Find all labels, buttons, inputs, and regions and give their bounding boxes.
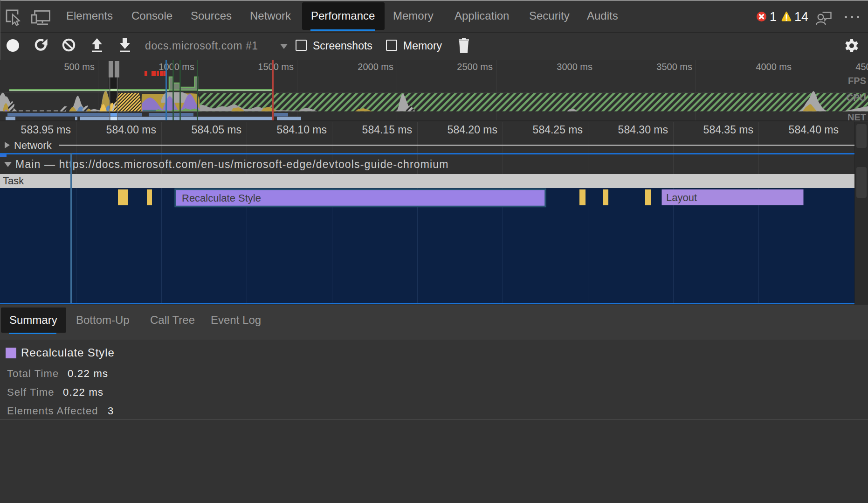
svg-text:584.20 ms: 584.20 ms <box>448 124 497 136</box>
svg-text:4500 ms: 4500 ms <box>855 62 868 72</box>
svg-text:4000 ms: 4000 ms <box>756 62 792 72</box>
svg-text:NET: NET <box>847 112 866 122</box>
svg-text:584.10 ms: 584.10 ms <box>277 124 327 136</box>
svg-text:584.35 ms: 584.35 ms <box>703 124 753 136</box>
svg-text:1500 ms: 1500 ms <box>258 62 294 72</box>
svg-text:2500 ms: 2500 ms <box>457 62 493 72</box>
svg-text:584.05 ms: 584.05 ms <box>192 124 241 136</box>
svg-text:583.95 ms: 583.95 ms <box>21 124 71 136</box>
svg-text:2000 ms: 2000 ms <box>358 62 393 72</box>
svg-text:1000 ms: 1000 ms <box>158 62 194 72</box>
svg-text:Recalculate Style: Recalculate Style <box>182 192 261 204</box>
svg-text:3000 ms: 3000 ms <box>557 62 592 72</box>
svg-text:584.00 ms: 584.00 ms <box>106 124 156 136</box>
svg-text:584.25 ms: 584.25 ms <box>533 124 583 136</box>
svg-text:500 ms: 500 ms <box>64 62 95 72</box>
svg-text:584.15 ms: 584.15 ms <box>362 124 412 136</box>
svg-text:FPS: FPS <box>848 76 866 86</box>
svg-text:3500 ms: 3500 ms <box>656 62 692 72</box>
svg-text:CPU: CPU <box>847 92 866 103</box>
svg-text:Layout: Layout <box>666 192 697 203</box>
svg-text:584.40 ms: 584.40 ms <box>789 124 839 136</box>
svg-text:584.30 ms: 584.30 ms <box>618 124 668 136</box>
